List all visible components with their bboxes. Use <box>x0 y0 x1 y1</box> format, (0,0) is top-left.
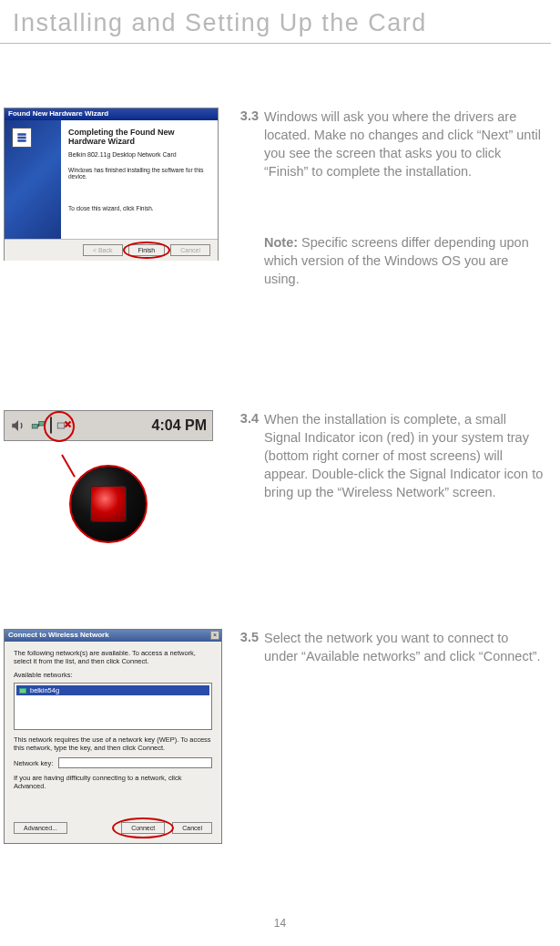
close-icon[interactable]: × <box>210 631 219 640</box>
network-name: belkin54g <box>30 686 59 694</box>
step-text-3-5: Select the network you want to connect t… <box>264 629 544 665</box>
volume-icon[interactable] <box>10 417 26 434</box>
available-networks-label: Available networks: <box>14 671 212 679</box>
difficulty-note: If you are having difficulty connecting … <box>14 774 212 790</box>
wizard-subtitle: Belkin 802.11g Desktop Network Card <box>68 151 210 158</box>
note-label: Note: <box>264 235 298 250</box>
hardware-icon <box>12 128 32 148</box>
wizard-footer: < Back Finish Cancel <box>5 239 218 261</box>
wizard-titlebar: Found New Hardware Wizard <box>5 108 218 120</box>
wep-note: This network requires the use of a netwo… <box>14 735 212 752</box>
connect-desc: The following network(s) are available. … <box>14 649 212 665</box>
connect-button[interactable]: Connect <box>121 822 165 834</box>
note-text: Specific screens differ depending upon w… <box>264 235 529 286</box>
signal-indicator-tray[interactable] <box>50 417 52 434</box>
tray-clock: 4:04 PM <box>152 417 207 434</box>
page-title: Installing and Setting Up the Card <box>0 0 560 43</box>
section-3-4: 4:04 PM 3.4 When the installation is com… <box>0 410 544 547</box>
wizard-heading: Completing the Found New Hardware Wizard <box>68 128 210 146</box>
wizard-line: Windows has finished installing the soft… <box>68 167 210 180</box>
signal-indicator-zoom <box>69 465 148 543</box>
wizard-side-graphic <box>5 120 61 239</box>
cancel-button[interactable]: Cancel <box>172 822 212 834</box>
step-text-3-4: When the installation is complete, a sma… <box>264 410 544 501</box>
cancel-button[interactable]: Cancel <box>170 244 210 256</box>
step-text-3-3: Windows will ask you where the drivers a… <box>264 108 544 180</box>
available-networks-list[interactable]: belkin54g <box>14 683 212 730</box>
section-3-3: Found New Hardware Wizard Completing the… <box>0 108 544 288</box>
advanced-button[interactable]: Advanced... <box>14 822 67 834</box>
step-number-3-3: 3.3 <box>240 108 259 123</box>
page-number: 14 <box>0 917 560 930</box>
connect-titlebar: Connect to Wireless Network <box>5 630 221 642</box>
connect-dialog: Connect to Wireless Network × The follow… <box>4 629 222 844</box>
section-3-5: Connect to Wireless Network × The follow… <box>0 629 544 844</box>
step-number-3-4: 3.4 <box>240 411 259 426</box>
network-signal-icon <box>19 688 26 694</box>
callout-line <box>61 455 76 478</box>
tray-figure: 4:04 PM <box>4 410 213 547</box>
step-number-3-5: 3.5 <box>240 630 259 644</box>
wizard-dialog: Found New Hardware Wizard Completing the… <box>4 108 219 261</box>
title-rule <box>0 43 551 44</box>
signal-indicator-zoom-icon <box>90 486 127 522</box>
back-button[interactable]: < Back <box>83 244 123 256</box>
network-key-input[interactable] <box>58 757 212 768</box>
system-tray: 4:04 PM <box>4 410 213 441</box>
note-block: Note: Specific screens differ depending … <box>264 233 544 288</box>
tray-highlight-ring <box>44 411 75 442</box>
svg-rect-0 <box>32 425 37 429</box>
wizard-close-line: To close this wizard, click Finish. <box>68 205 210 211</box>
list-item[interactable]: belkin54g <box>16 685 209 695</box>
finish-button[interactable]: Finish <box>128 244 166 256</box>
network-key-label: Network key: <box>14 759 53 767</box>
